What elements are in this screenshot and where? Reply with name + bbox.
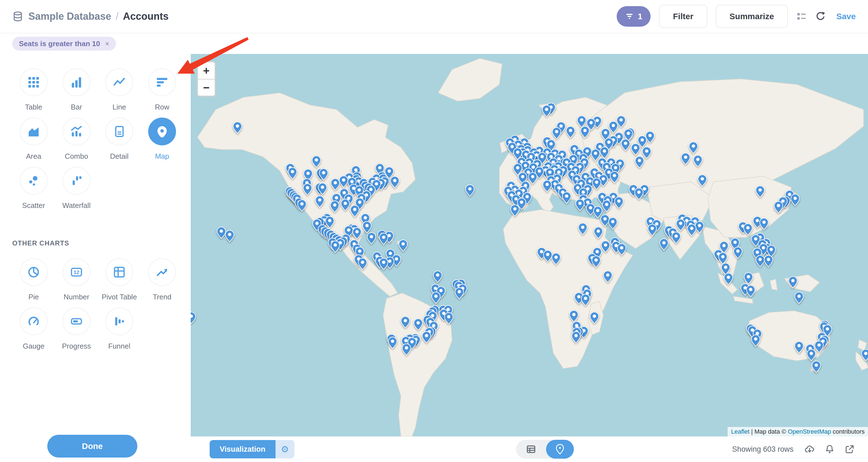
map-pin[interactable] <box>621 138 630 151</box>
map-pin[interactable] <box>217 226 226 239</box>
map-pin[interactable] <box>388 336 397 349</box>
map-pin[interactable] <box>774 201 783 214</box>
map-pin[interactable] <box>379 233 389 245</box>
chart-type-waterfall[interactable]: Waterfall <box>55 167 98 210</box>
map-pin[interactable] <box>581 294 590 306</box>
map-pin[interactable] <box>288 167 297 180</box>
map-pin[interactable] <box>319 168 328 181</box>
map-pin[interactable] <box>318 182 327 195</box>
download-icon[interactable] <box>805 444 815 454</box>
map-pin[interactable] <box>631 143 640 156</box>
filter-count-pill[interactable]: 1 <box>617 6 651 27</box>
map-pin[interactable] <box>312 155 321 168</box>
map-pin[interactable] <box>591 255 601 268</box>
chart-type-trend[interactable]: Trend <box>141 258 184 301</box>
map-pin[interactable] <box>575 198 585 211</box>
map-pin[interactable] <box>794 341 804 353</box>
chart-type-progress[interactable]: Progress <box>55 307 98 350</box>
map-pin[interactable] <box>790 193 800 206</box>
chart-type-combo[interactable]: Combo <box>55 118 98 161</box>
map-pin[interactable] <box>390 176 400 188</box>
map-pin[interactable] <box>608 217 618 229</box>
map-visualization[interactable]: + − Leaflet | Map data © OpenStreetMap c… <box>191 54 868 436</box>
map-pin[interactable] <box>542 104 551 117</box>
map-pin[interactable] <box>331 240 340 253</box>
chart-type-funnel[interactable]: Funnel <box>98 307 141 350</box>
map-pin[interactable] <box>350 205 360 217</box>
map-pin[interactable] <box>755 185 765 198</box>
map-pin[interactable] <box>542 180 552 192</box>
map-pin[interactable] <box>367 232 376 245</box>
map-pin[interactable] <box>794 291 804 304</box>
bell-icon[interactable] <box>825 444 835 454</box>
map-pin[interactable] <box>225 229 235 242</box>
chart-type-pie[interactable]: Pie <box>12 258 55 301</box>
map-pin[interactable] <box>455 287 464 300</box>
openstreetmap-link[interactable]: OpenStreetMap <box>788 428 831 435</box>
map-pin[interactable] <box>566 126 575 138</box>
visualization-settings-button[interactable]: ⚙ <box>276 440 294 458</box>
save-button[interactable]: Save <box>836 12 856 21</box>
map-pin[interactable] <box>578 222 587 235</box>
chart-type-row[interactable]: Row <box>141 68 184 112</box>
map-pin[interactable] <box>402 343 411 356</box>
map-pin[interactable] <box>571 331 581 344</box>
map-pin[interactable] <box>648 223 657 236</box>
chart-type-pivot-table[interactable]: Pivot Table <box>98 258 141 301</box>
map-pin[interactable] <box>764 255 773 268</box>
map-pin[interactable] <box>191 311 196 324</box>
map-pin[interactable] <box>733 246 743 259</box>
map-pin[interactable] <box>807 348 816 361</box>
map-pin[interactable] <box>594 226 603 239</box>
breadcrumb-table[interactable]: Accounts <box>123 10 168 22</box>
map-pin[interactable] <box>788 276 798 288</box>
map-pin[interactable] <box>379 257 389 270</box>
map-pin[interactable] <box>543 250 552 263</box>
breadcrumb-database[interactable]: Sample Database <box>28 10 111 22</box>
map-pin[interactable] <box>693 155 703 167</box>
map-pin[interactable] <box>233 121 242 134</box>
map-pin[interactable] <box>331 178 340 191</box>
notebook-icon[interactable] <box>796 11 807 22</box>
map-pin[interactable] <box>401 316 410 329</box>
chart-type-area[interactable]: Area <box>12 118 55 161</box>
leaflet-link[interactable]: Leaflet <box>731 428 749 435</box>
map-pin[interactable] <box>358 257 367 270</box>
map-pin[interactable] <box>444 312 454 325</box>
map-pin[interactable] <box>590 311 599 324</box>
map-pin[interactable] <box>746 285 755 298</box>
map-pin[interactable] <box>635 156 644 168</box>
map-pin[interactable] <box>751 334 761 347</box>
map-pin[interactable] <box>687 223 696 236</box>
map-pin[interactable] <box>303 183 312 196</box>
filter-chip[interactable]: Seats is greater than 10 × <box>12 37 116 51</box>
done-button[interactable]: Done <box>47 435 137 458</box>
map-pin[interactable] <box>552 127 561 140</box>
map-pin[interactable] <box>603 270 613 283</box>
chart-type-gauge[interactable]: Gauge <box>12 307 55 350</box>
map-pin[interactable] <box>698 174 707 187</box>
map-pin[interactable] <box>759 217 769 230</box>
map-pin[interactable] <box>610 171 619 183</box>
map-pin[interactable] <box>422 331 431 344</box>
map-pin[interactable] <box>510 204 520 217</box>
map-pin[interactable] <box>330 200 339 213</box>
map-pin[interactable] <box>861 348 868 361</box>
chart-type-bar[interactable]: Bar <box>55 68 98 112</box>
visualization-button[interactable]: Visualization <box>210 440 276 458</box>
map-pin[interactable] <box>433 270 442 283</box>
map-pin[interactable] <box>465 184 474 197</box>
map-pin[interactable] <box>617 243 626 256</box>
zoom-in-button[interactable]: + <box>198 62 215 79</box>
map-pin[interactable] <box>315 195 324 208</box>
chart-type-map[interactable]: Map <box>141 118 184 161</box>
map-pin[interactable] <box>614 196 624 209</box>
toggle-map-button[interactable] <box>546 440 574 459</box>
chart-type-detail[interactable]: Detail <box>98 118 141 161</box>
map-pin[interactable] <box>724 272 733 285</box>
chart-type-table[interactable]: Table <box>12 68 55 112</box>
map-pin[interactable] <box>551 252 561 265</box>
map-pin[interactable] <box>681 152 690 165</box>
map-pin[interactable] <box>339 175 348 188</box>
summarize-button[interactable]: Summarize <box>716 5 788 28</box>
